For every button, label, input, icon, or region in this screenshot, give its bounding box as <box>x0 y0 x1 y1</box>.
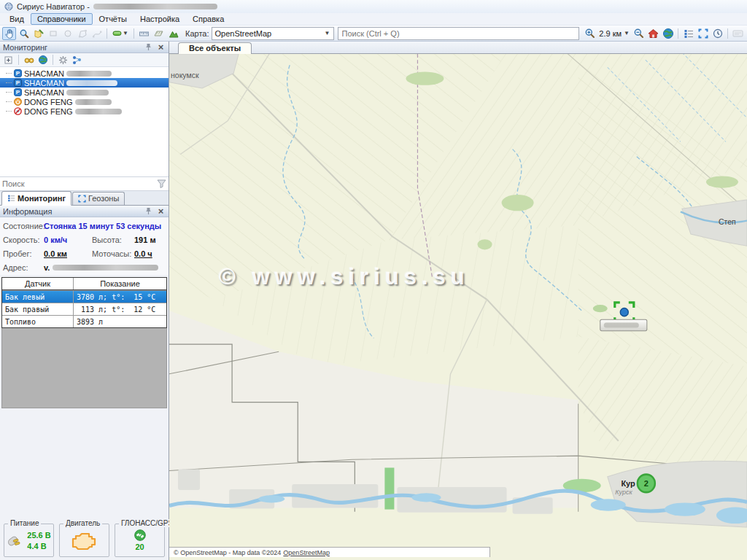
tab-monitoring[interactable]: Мониторинг <box>1 191 71 206</box>
vehicle-plate-redacted <box>66 71 112 77</box>
menu-bar: Вид Справочники Отчёты Настройка Справка <box>0 13 747 26</box>
menu-otchety[interactable]: Отчёты <box>93 13 133 25</box>
address-label: Адрес: <box>3 263 41 272</box>
city-label-bottom-sub: Курск <box>615 489 632 496</box>
tab-geozones[interactable]: Геозоны <box>72 192 125 205</box>
vehicle-row[interactable]: DONG FENG <box>0 97 169 106</box>
zoom-out-icon[interactable] <box>632 27 646 40</box>
engine-icon <box>71 530 98 551</box>
address-redacted <box>53 265 158 271</box>
vehicle-row[interactable]: P SHACMAN <box>0 88 169 97</box>
draw-circle-icon[interactable] <box>61 27 74 40</box>
app-window: Сириус Навигатор - Вид Справочники Отчёт… <box>0 0 747 560</box>
main-toolbar: ▼ Карта: OpenStreetMap ▼ 2.9 км ▼ <box>0 26 747 42</box>
monitoring-panel-title: Мониторинг <box>3 43 141 52</box>
app-icon <box>4 2 13 11</box>
info-panel-body: Состояние: Стоянка 15 минут 53 секунды С… <box>0 217 169 275</box>
settings-gear-icon[interactable] <box>57 54 69 66</box>
cluster-count: 2 <box>644 479 649 488</box>
world-map-icon[interactable] <box>661 27 675 40</box>
attribution-text: © OpenStreetMap - Map data ©2024 <box>174 549 281 556</box>
find-object-icon[interactable] <box>23 54 35 66</box>
close-icon[interactable]: × <box>156 42 166 52</box>
map-source-value: OpenStreetMap <box>215 29 321 38</box>
vehicle-plate-redacted <box>75 99 112 105</box>
elevation-icon[interactable] <box>166 27 180 40</box>
engine-box-label: Двигатель <box>63 519 102 527</box>
hours-value[interactable]: 0.0 ч <box>134 249 166 258</box>
label-settings-icon[interactable] <box>731 27 745 40</box>
gps-satellite-count: 20 <box>135 542 144 551</box>
parking-status-icon: P <box>14 79 22 87</box>
sensor-row-selected[interactable]: Бак левый 3780 л; t°: 15 °C <box>2 290 166 303</box>
filter-funnel-icon[interactable] <box>157 179 166 188</box>
show-on-map-icon[interactable] <box>36 54 49 66</box>
ruler-distance-icon[interactable] <box>137 27 151 40</box>
toolbar-separator <box>727 28 728 39</box>
sensor-row[interactable]: Бак правый 113 л; t°: 12 °C <box>2 303 166 315</box>
title-bar: Сириус Навигатор - <box>0 0 747 13</box>
menu-nastroika[interactable]: Настройка <box>133 13 186 25</box>
map-tab-bar: Все объекты <box>169 42 747 54</box>
mileage-value[interactable]: 0.0 км <box>44 249 92 258</box>
menu-vid[interactable]: Вид <box>3 13 31 25</box>
map-area: Все объекты <box>169 42 747 560</box>
zoom-region-icon[interactable] <box>17 27 31 40</box>
vehicle-plate-redacted <box>75 109 122 114</box>
vehicle-marker-label[interactable] <box>600 319 647 330</box>
map-scale-select[interactable]: 2.9 км ▼ <box>597 29 631 38</box>
ruler-area-icon[interactable] <box>152 27 166 40</box>
vehicle-row-selected[interactable]: P SHACMAN <box>0 78 169 88</box>
draw-rect-icon[interactable] <box>46 27 60 40</box>
vehicle-plate-redacted <box>66 90 109 96</box>
window-title: Сириус Навигатор - <box>17 2 90 11</box>
vehicle-row[interactable]: DONG FENG <box>0 106 169 116</box>
satellite-icon <box>134 529 146 541</box>
panel-spacer <box>0 408 169 516</box>
hours-label: Моточасы: <box>92 249 134 258</box>
toolbar-separator <box>18 55 19 65</box>
pin-icon[interactable] <box>144 42 153 52</box>
city-label-right: Степ <box>719 217 736 226</box>
vehicle-name: SHACMAN <box>24 69 64 78</box>
altitude-label: Высота: <box>92 236 134 244</box>
sensor-name: Топливо <box>2 316 74 327</box>
power-voltage-main: 25.6 В <box>27 531 50 540</box>
vehicle-name: SHACMAN <box>24 79 64 88</box>
pin-icon[interactable] <box>144 206 153 216</box>
objects-list-icon[interactable] <box>681 27 695 40</box>
grouping-icon[interactable] <box>71 54 83 66</box>
sensor-row[interactable]: Топливо 3893 л <box>2 315 166 327</box>
edit-zones-icon[interactable] <box>31 27 45 40</box>
cluster-marker[interactable]: 2 <box>638 475 655 492</box>
vehicle-name: DONG FENG <box>24 107 73 116</box>
power-voltage-backup: 4.4 В <box>27 542 46 551</box>
map-canvas[interactable]: нокумск Степ Кур Курск <box>169 54 747 560</box>
sensor-value: 113 л; t°: 12 °C <box>74 303 166 315</box>
expand-all-icon[interactable] <box>2 54 15 66</box>
attribution-link[interactable]: OpenStreetMap <box>283 549 330 556</box>
fit-all-objects-icon[interactable] <box>696 27 710 40</box>
pan-hand-icon[interactable] <box>2 27 16 40</box>
close-icon[interactable]: × <box>156 206 166 216</box>
svg-text:P: P <box>16 89 20 96</box>
vehicle-tree: P SHACMAN P SHACMAN P SHACMAN <box>0 67 169 176</box>
vehicle-row[interactable]: P SHACMAN <box>0 69 169 78</box>
home-view-icon[interactable] <box>646 27 660 40</box>
global-search-input[interactable] <box>338 27 580 40</box>
history-clock-icon[interactable] <box>711 27 724 40</box>
zoom-in-icon[interactable] <box>583 27 597 40</box>
map-source-select[interactable]: OpenStreetMap ▼ <box>212 27 334 40</box>
map-scale-value: 2.9 км <box>599 29 622 38</box>
toolbar-separator <box>678 28 678 39</box>
menu-spravka[interactable]: Справка <box>186 13 231 25</box>
tab-all-objects[interactable]: Все объекты <box>178 42 252 54</box>
tree-search-input[interactable] <box>2 179 157 188</box>
info-panel-title: Информация <box>3 207 141 216</box>
power-plug-icon <box>7 533 24 548</box>
menu-spravochniki[interactable]: Справочники <box>31 13 93 25</box>
draw-polygon-icon[interactable] <box>75 27 89 40</box>
draw-polyline-icon[interactable] <box>90 27 104 40</box>
scale-caret: ▼ <box>624 30 630 36</box>
show-track-icon[interactable]: ▼ <box>110 27 131 40</box>
